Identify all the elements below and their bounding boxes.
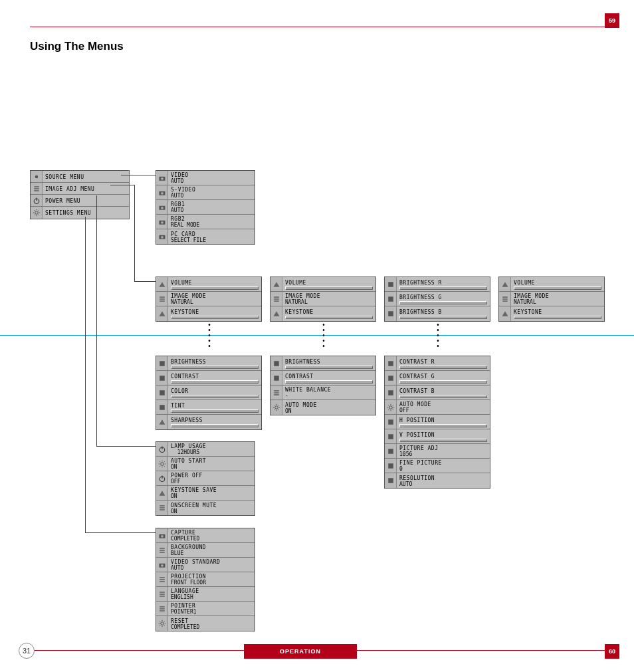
menu-icon [270,306,282,321]
slider-track[interactable] [171,316,259,319]
menu-row[interactable]: CONTRAST [270,371,375,386]
footer-page-circle: 31 [19,643,35,659]
menu-cell: WHITE BALANCE- [282,386,375,399]
menu-row[interactable]: BRIGHTNESS G [385,292,490,306]
menu-cell: AUTO MODEON [282,400,375,415]
menu-row[interactable]: SHARPNESS [156,415,261,429]
menu-row[interactable]: KEYSTONE [270,306,375,321]
slider-track[interactable] [399,286,487,290]
menu-row[interactable]: IMAGE MODENATURAL [156,292,261,306]
svg-point-5 [161,177,163,179]
menu-row[interactable]: IMAGE MODENATURAL [499,292,604,306]
menu-row[interactable]: VOLUME [499,277,604,292]
menu-row[interactable]: RESETCOMPLETED [156,616,255,631]
menu-row[interactable]: KEYSTONE SAVEON [156,486,255,501]
menu-icon [156,501,168,515]
menu-row[interactable]: BRIGHTNESS B [385,306,490,321]
slider-track[interactable] [171,286,259,290]
slider-track[interactable] [285,286,373,290]
menu-icon [156,587,168,601]
menu-row[interactable]: H POSITION [385,415,490,429]
slider-track[interactable] [399,424,487,427]
slider-track[interactable] [399,380,487,384]
menu-icon [499,292,511,306]
menu-row[interactable]: WHITE BALANCE- [270,386,375,400]
menu-row[interactable]: PC CARDSELECT FILE [156,229,255,244]
menu-row[interactable]: RGB1AUTO [156,200,255,215]
menu-icon [385,400,397,414]
menu-row[interactable]: FINE PICTURE0 [385,459,490,473]
slider-track[interactable] [514,286,601,290]
menu-row[interactable]: BRIGHTNESS [156,356,261,371]
menu-row[interactable]: POWER MENU [31,195,129,207]
menu-value: ON [171,493,252,499]
menu-row[interactable]: SETTINGS MENU [31,207,129,219]
menu-row[interactable]: POWER OFFOFF [156,471,255,486]
slider-track[interactable] [171,424,259,427]
svg-point-13 [161,236,163,239]
menu-row[interactable]: ONSCREEN MUTEON [156,501,255,515]
slider-track[interactable] [285,316,373,319]
menu-row[interactable]: IMAGE MODENATURAL [270,292,375,306]
slider-track[interactable] [399,439,487,442]
svg-rect-25 [388,376,393,381]
menu-row[interactable]: RESOLUTIONAUTO [385,473,490,488]
menu-row[interactable]: CONTRAST B [385,386,490,400]
menu-value: ON [171,508,252,514]
image-adj-c-top: BRIGHTNESS RBRIGHTNESS GBRIGHTNESS B [384,277,490,322]
menu-row[interactable]: CAPTURECOMPLETED [156,528,255,543]
menu-row[interactable]: VIDEOAUTO [156,171,255,185]
slider-track[interactable] [171,380,259,384]
menu-value: AUTO [171,207,252,213]
menu-value: ON [171,464,252,470]
menu-row[interactable]: VIDEO STANDARDAUTO [156,558,255,572]
menu-cell: CONTRAST G [397,371,490,385]
svg-rect-30 [388,449,393,454]
menu-row[interactable]: S-VIDEOAUTO [156,185,255,200]
slider-track[interactable] [171,409,259,413]
menu-row[interactable]: PROJECTIONFRONT FLOOR [156,572,255,587]
menu-row[interactable]: LAMP USAGE 12HOURS [156,442,255,457]
menu-row[interactable]: TINT [156,400,261,415]
slider-track[interactable] [285,380,373,384]
menu-row[interactable]: LANGUAGEENGLISH [156,587,255,602]
menu-row[interactable]: CONTRAST R [385,356,490,371]
menu-label: BRIGHTNESS B [399,309,487,315]
menu-row[interactable]: PICTURE ADJ1056 [385,444,490,459]
menu-icon [270,371,282,385]
menu-row[interactable]: RGB2REAL MODE [156,215,255,229]
menu-row[interactable]: V POSITION [385,429,490,444]
svg-point-7 [161,191,163,194]
menu-row[interactable]: KEYSTONE [156,306,261,321]
menu-row[interactable]: BACKGROUNDBLUE [156,543,255,558]
menu-label: PROJECTION [171,574,252,580]
slider-track[interactable] [171,366,259,369]
menu-row[interactable]: BRIGHTNESS R [385,277,490,292]
slider-track[interactable] [285,366,373,369]
slider-track[interactable] [399,366,487,369]
menu-row[interactable]: VOLUME [156,277,261,292]
ellipsis-icon: ••••• [207,323,211,350]
slider-track[interactable] [399,316,487,319]
menu-row[interactable]: CONTRAST [156,371,261,386]
slider-track[interactable] [399,395,487,398]
menu-row[interactable]: BRIGHTNESS [270,356,375,371]
slider-track[interactable] [171,395,259,398]
slider-track[interactable] [399,301,487,304]
menu-row[interactable]: AUTO MODEON [270,400,375,415]
menu-icon [156,306,168,321]
menu-row[interactable]: AUTO STARTON [156,457,255,471]
menu-row[interactable]: KEYSTONE [499,306,604,321]
menu-icon [385,292,397,306]
menu-cell: BRIGHTNESS R [397,277,490,291]
menu-label: IMAGE MODE [171,293,259,299]
menu-row[interactable]: SOURCE MENU [31,171,129,183]
menu-row[interactable]: VOLUME [270,277,375,292]
menu-row[interactable]: AUTO MODEOFF [385,400,490,415]
menu-row[interactable]: POINTERPOINTER1 [156,602,255,616]
slider-track[interactable] [514,316,601,319]
svg-point-9 [161,206,163,209]
menu-label: V POSITION [399,432,487,438]
menu-row[interactable]: COLOR [156,386,261,400]
menu-row[interactable]: CONTRAST G [385,371,490,386]
